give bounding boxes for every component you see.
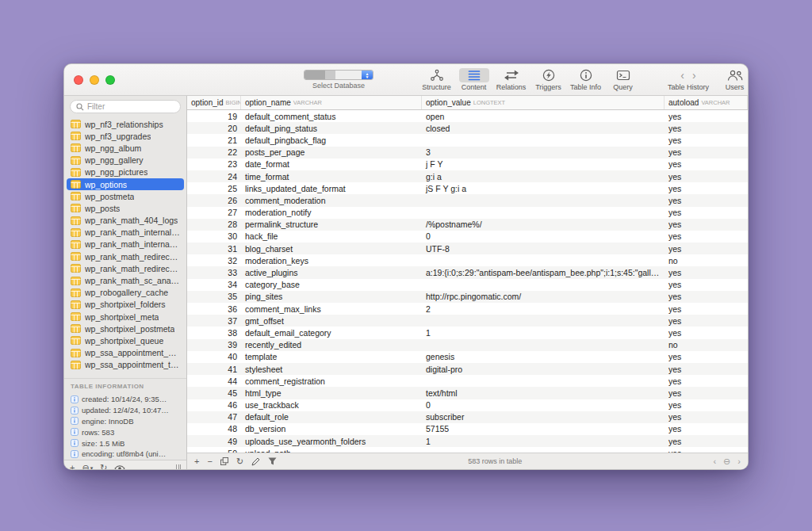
cell-option_id[interactable]: 36	[187, 304, 241, 314]
cell-autoload[interactable]: no	[665, 340, 748, 350]
sidebar-table-item[interactable]: wp_shortpixel_meta	[67, 311, 184, 323]
cell-option_name[interactable]: comment_moderation	[241, 196, 422, 205]
cell-option_name[interactable]: stylesheet	[241, 365, 422, 374]
table-actions-button[interactable]: ⊖▾	[82, 464, 93, 470]
cell-option_id[interactable]: 45	[187, 388, 241, 398]
add-table-button[interactable]: +	[70, 464, 75, 470]
table-row[interactable]: 37gmt_offsetyes	[187, 315, 748, 327]
table-row[interactable]: 26comment_moderationyes	[187, 194, 748, 206]
close-button[interactable]	[74, 75, 83, 85]
edit-row-button[interactable]	[251, 457, 260, 466]
cell-autoload[interactable]: yes	[665, 412, 748, 422]
table-row[interactable]: 20default_ping_statusclosedyes	[187, 122, 748, 134]
cell-option_name[interactable]: uploads_use_yearmonth_folders	[241, 437, 422, 446]
cell-option_id[interactable]: 24	[187, 172, 241, 181]
cell-option_value[interactable]: text/html	[422, 388, 665, 398]
cell-autoload[interactable]: yes	[665, 316, 748, 326]
cell-option_id[interactable]: 22	[187, 147, 241, 157]
cell-option_value[interactable]: 1	[422, 328, 665, 338]
cell-option_id[interactable]: 37	[187, 316, 241, 326]
column-header-autoload[interactable]: autoloadVARCHAR	[665, 96, 748, 109]
cell-option_name[interactable]: permalink_structure	[241, 220, 422, 229]
toolbar-item-relations[interactable]: Relations	[492, 68, 530, 91]
cell-option_value[interactable]: open	[422, 112, 665, 121]
cell-option_id[interactable]: 34	[187, 280, 241, 289]
next-page-button[interactable]: ›	[737, 457, 741, 466]
cell-option_id[interactable]: 41	[187, 365, 241, 374]
eye-button[interactable]	[114, 464, 125, 470]
cell-option_name[interactable]: hack_file	[241, 231, 422, 241]
cell-option_value[interactable]: genesis	[422, 352, 665, 361]
cell-autoload[interactable]: yes	[665, 365, 748, 374]
cell-autoload[interactable]: yes	[665, 376, 748, 386]
cell-option_name[interactable]: html_type	[241, 388, 422, 398]
cell-option_name[interactable]: links_updated_date_format	[241, 184, 422, 193]
cell-option_value[interactable]: j F Y	[422, 159, 665, 169]
cell-option_id[interactable]: 30	[187, 231, 241, 241]
column-header-option_id[interactable]: option_idBIGINT	[187, 96, 241, 109]
cell-autoload[interactable]: yes	[665, 147, 748, 157]
cell-autoload[interactable]: yes	[665, 304, 748, 314]
cell-option_value[interactable]: jS F Y g:i a	[422, 184, 665, 193]
cell-option_name[interactable]: db_version	[241, 424, 422, 434]
toolbar-item-users[interactable]: Users	[716, 68, 749, 91]
cell-autoload[interactable]: yes	[665, 388, 748, 398]
cell-option_value[interactable]: 1	[422, 437, 665, 446]
table-row[interactable]: 30hack_file0yes	[187, 231, 748, 243]
toolbar-item-table-history[interactable]: ‹›Table History	[661, 68, 716, 91]
sidebar-table-item[interactable]: wp_ngg_gallery	[67, 155, 184, 166]
sidebar-table-item[interactable]: wp_shortpixel_folders	[67, 299, 184, 311]
cell-option_id[interactable]: 35	[187, 292, 241, 301]
cell-option_name[interactable]: default_role	[241, 412, 422, 422]
cell-autoload[interactable]: yes	[665, 352, 748, 361]
table-row[interactable]: 21default_pingback_flagyes	[187, 134, 748, 146]
filter-rows-button[interactable]	[268, 457, 277, 465]
cell-autoload[interactable]: yes	[665, 268, 748, 277]
toolbar-item-content[interactable]: Content	[455, 68, 492, 91]
cell-option_value[interactable]: UTF-8	[422, 244, 665, 254]
cell-option_name[interactable]: template	[241, 352, 422, 361]
cell-option_name[interactable]: comment_max_links	[241, 304, 422, 314]
cell-option_id[interactable]: 21	[187, 136, 241, 145]
cell-autoload[interactable]: yes	[665, 244, 748, 254]
cell-option_value[interactable]: g:i a	[422, 172, 665, 181]
sidebar-table-item[interactable]: wp_rank_math_interna…	[67, 239, 184, 250]
cell-option_value[interactable]: 3	[422, 147, 665, 157]
sidebar-table-item[interactable]: wp_ssa_appointment_…	[67, 347, 184, 359]
sidebar-table-item[interactable]: wp_nf3_upgrades	[67, 130, 184, 142]
cell-autoload[interactable]: yes	[665, 112, 748, 121]
table-row[interactable]: 49uploads_use_yearmonth_folders1yes	[187, 435, 748, 447]
cell-option_id[interactable]: 28	[187, 220, 241, 229]
cell-option_name[interactable]: recently_edited	[241, 340, 422, 350]
toolbar-item-query[interactable]: Query	[604, 68, 642, 91]
column-header-option_name[interactable]: option_nameVARCHAR	[241, 96, 422, 109]
sidebar-table-item[interactable]: wp_ngg_album	[67, 142, 184, 154]
cell-option_name[interactable]: time_format	[241, 172, 422, 181]
cell-option_name[interactable]: date_format	[241, 159, 422, 169]
cell-option_id[interactable]: 25	[187, 184, 241, 193]
sidebar-table-item[interactable]: wp_robogallery_cache	[67, 287, 184, 299]
cell-autoload[interactable]: yes	[665, 208, 748, 217]
table-row[interactable]: 34category_baseyes	[187, 279, 748, 291]
cell-option_name[interactable]: blog_charset	[241, 244, 422, 254]
remove-row-button[interactable]: −	[207, 457, 212, 466]
table-row[interactable]: 39recently_editedno	[187, 339, 748, 351]
cell-option_id[interactable]: 27	[187, 208, 241, 217]
table-row[interactable]: 41stylesheetdigital-proyes	[187, 363, 748, 375]
cell-option_value[interactable]: 2	[422, 304, 665, 314]
cell-option_value[interactable]: 57155	[422, 424, 665, 434]
table-row[interactable]: 36comment_max_links2yes	[187, 303, 748, 315]
cell-option_id[interactable]: 49	[187, 437, 241, 446]
table-row[interactable]: 31blog_charsetUTF-8yes	[187, 243, 748, 254]
select-database-dropdown[interactable]: ▲▼	[304, 70, 373, 80]
table-row[interactable]: 23date_formatj F Yyes	[187, 159, 748, 170]
sidebar-resize-handle[interactable]	[176, 464, 181, 470]
sidebar-table-item[interactable]: wp_shortpixel_postmeta	[67, 323, 184, 334]
add-row-button[interactable]: +	[194, 457, 199, 466]
cell-autoload[interactable]: yes	[665, 196, 748, 205]
cell-option_value[interactable]: a:19:{i:0;s:29:"antispam-bee/antispam_be…	[422, 268, 665, 277]
cell-autoload[interactable]: yes	[665, 172, 748, 181]
cell-option_id[interactable]: 19	[187, 112, 241, 121]
toolbar-item-table-info[interactable]: Table Info	[567, 68, 604, 91]
table-row[interactable]: 46use_trackback0yes	[187, 399, 748, 411]
